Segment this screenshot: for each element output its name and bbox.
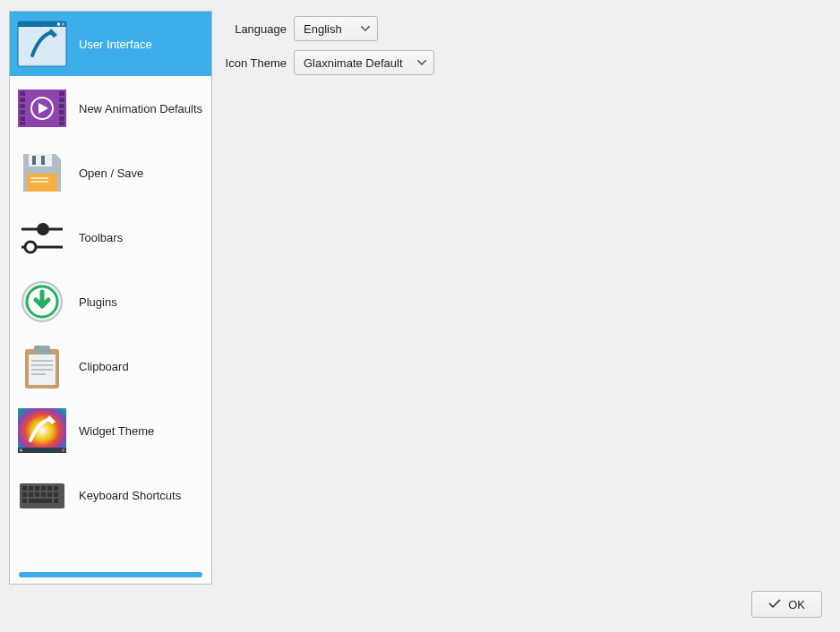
svg-rect-37 [18, 408, 66, 453]
sidebar-item-plugins[interactable]: Plugins [10, 269, 211, 334]
sidebar-item-new-animation-defaults[interactable]: New Animation Defaults [10, 76, 211, 141]
svg-rect-11 [59, 91, 64, 96]
plugins-icon [14, 274, 70, 329]
svg-rect-35 [31, 369, 53, 371]
svg-rect-54 [22, 499, 27, 503]
svg-rect-15 [59, 116, 64, 121]
sidebar-items: User Interface New Animation Defaults [10, 12, 211, 569]
sidebar-item-open-save[interactable]: Open / Save [10, 141, 211, 205]
svg-rect-33 [31, 360, 53, 362]
toolbars-icon [14, 209, 70, 265]
svg-rect-49 [29, 492, 33, 497]
sidebar-item-label: Toolbars [70, 231, 123, 244]
sidebar-item-label: New Animation Defaults [70, 102, 202, 115]
icon-theme-row: Icon Theme Glaxnimate Default [222, 50, 831, 75]
sidebar-item-label: Keyboard Shortcuts [70, 489, 181, 502]
svg-rect-5 [20, 91, 25, 96]
language-row: Language English [222, 16, 831, 41]
animation-icon [14, 81, 70, 136]
clipboard-icon [14, 338, 70, 394]
svg-rect-44 [35, 486, 39, 491]
svg-rect-56 [54, 499, 58, 503]
user-interface-icon [14, 16, 70, 72]
svg-rect-48 [22, 492, 27, 497]
language-select[interactable]: English [294, 16, 378, 41]
svg-rect-0 [18, 21, 66, 66]
svg-rect-9 [20, 116, 25, 121]
svg-rect-46 [47, 486, 52, 491]
sidebar-item-toolbars[interactable]: Toolbars [10, 205, 211, 269]
svg-rect-39 [20, 449, 22, 452]
icon-theme-select[interactable]: Glaxnimate Default [294, 50, 434, 75]
svg-rect-38 [18, 448, 66, 453]
settings-sidebar: User Interface New Animation Defaults [9, 11, 212, 585]
svg-rect-10 [20, 122, 25, 125]
svg-rect-7 [20, 104, 25, 108]
svg-rect-43 [29, 486, 33, 491]
sidebar-item-keyboard-shortcuts[interactable]: Keyboard Shortcuts [10, 463, 211, 527]
svg-rect-19 [32, 156, 36, 165]
svg-rect-12 [59, 98, 64, 102]
svg-rect-50 [35, 492, 39, 497]
svg-rect-36 [31, 373, 46, 375]
svg-rect-18 [29, 154, 52, 167]
ok-button[interactable]: OK [751, 591, 822, 618]
ok-label: OK [788, 598, 805, 611]
svg-rect-55 [29, 499, 52, 503]
language-label: Language [222, 22, 294, 36]
svg-point-27 [25, 242, 36, 252]
sidebar-item-label: Plugins [70, 295, 117, 309]
svg-rect-2 [57, 23, 60, 26]
svg-rect-8 [20, 110, 25, 115]
svg-rect-45 [41, 486, 46, 491]
svg-rect-13 [59, 104, 64, 108]
svg-rect-14 [59, 110, 64, 115]
svg-rect-47 [54, 486, 58, 491]
svg-rect-6 [20, 98, 25, 102]
save-icon [14, 145, 70, 201]
sidebar-item-user-interface[interactable]: User Interface [10, 12, 211, 76]
chevron-down-icon [417, 60, 426, 65]
scrollbar-thumb[interactable] [19, 572, 202, 577]
svg-point-25 [37, 223, 49, 235]
svg-rect-22 [30, 177, 48, 179]
svg-rect-52 [47, 492, 52, 497]
sidebar-item-clipboard[interactable]: Clipboard [10, 334, 211, 398]
sidebar-item-label: Clipboard [70, 360, 129, 373]
svg-rect-40 [62, 449, 64, 452]
sidebar-item-label: Widget Theme [70, 424, 154, 438]
sidebar-item-label: Open / Save [70, 167, 143, 180]
sidebar-item-widget-theme[interactable]: Widget Theme [10, 398, 211, 463]
svg-rect-16 [59, 122, 64, 125]
keyboard-icon [14, 467, 70, 523]
chevron-down-icon [361, 26, 370, 31]
settings-content: Language English Icon Theme Glaxnimate D… [222, 16, 831, 84]
svg-rect-32 [34, 346, 50, 354]
sidebar-scrollbar[interactable] [13, 569, 208, 580]
check-icon [768, 598, 781, 611]
svg-rect-3 [62, 23, 64, 26]
svg-rect-51 [41, 492, 46, 497]
icon-theme-value: Glaxnimate Default [304, 56, 403, 70]
sidebar-item-label: User Interface [70, 38, 152, 51]
icon-theme-label: Icon Theme [222, 56, 294, 70]
svg-rect-42 [22, 486, 27, 491]
widget-theme-icon [14, 403, 70, 458]
language-value: English [304, 22, 342, 36]
svg-rect-20 [41, 156, 45, 165]
svg-rect-53 [54, 492, 58, 497]
svg-rect-34 [31, 364, 53, 366]
svg-rect-23 [30, 181, 48, 183]
